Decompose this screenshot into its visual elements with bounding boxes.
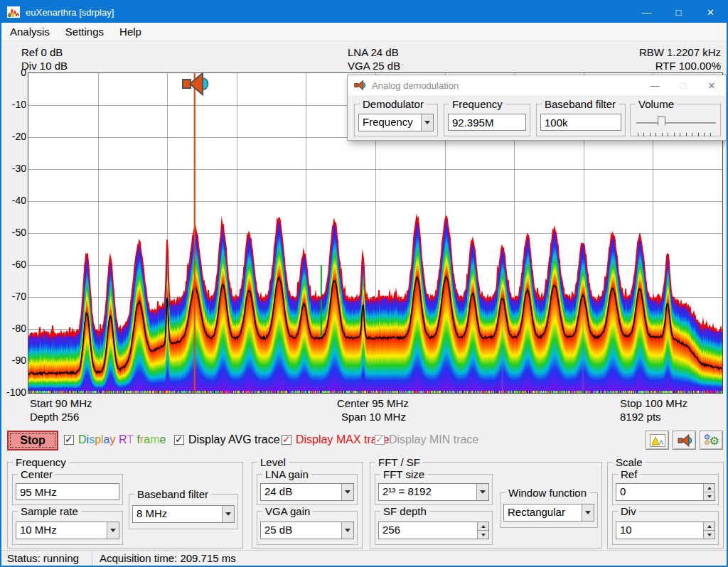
menu-bar: Analysis Settings Help bbox=[1, 23, 727, 41]
volume-slider[interactable] bbox=[636, 116, 716, 137]
close-button[interactable]: ✕ bbox=[695, 1, 727, 23]
demodulator-value: Frequency bbox=[359, 114, 421, 131]
group-frequency: Frequency Center Sample rate 10 MHz Base… bbox=[7, 462, 243, 549]
fft-size-dropdown-arrow[interactable] bbox=[476, 484, 488, 500]
fft-size-select[interactable]: 2¹³ = 8192 bbox=[378, 483, 489, 501]
sf-depth-value: 256 bbox=[379, 522, 477, 539]
ref-down-button[interactable] bbox=[704, 492, 714, 500]
readout-stop-pts: Stop 100 MHz 8192 pts bbox=[620, 396, 687, 423]
sf-depth-spinbox[interactable]: 256 bbox=[378, 522, 489, 539]
baseband-filter-value: 8 MHz bbox=[133, 506, 222, 522]
y-tick-label: -10 bbox=[1, 99, 26, 110]
dialog-minimize-button[interactable]: — bbox=[641, 75, 669, 95]
center-frequency-input[interactable] bbox=[16, 483, 119, 500]
sample-rate-value: 10 MHz bbox=[16, 522, 107, 539]
y-tick-label: -20 bbox=[1, 131, 26, 142]
readout-depth: Depth 256 bbox=[30, 410, 92, 423]
baseband-filter-dropdown-arrow[interactable] bbox=[222, 506, 234, 522]
menu-help[interactable]: Help bbox=[112, 23, 149, 40]
div-spinbox[interactable]: 10 bbox=[616, 522, 715, 539]
minimize-button[interactable]: — bbox=[631, 1, 663, 23]
window-function-dropdown-arrow[interactable] bbox=[582, 504, 594, 521]
readout-div: Div 10 dB bbox=[21, 59, 68, 72]
checkbox-display-avg-trace[interactable]: Display AVG trace bbox=[174, 433, 280, 446]
sample-rate-label: Sample rate bbox=[18, 505, 81, 517]
ref-up-button[interactable] bbox=[704, 484, 714, 492]
volume-label: Volume bbox=[636, 98, 677, 110]
group-demod-baseband-filter: Baseband filter bbox=[536, 104, 626, 136]
group-sf-depth: SF depth 256 bbox=[375, 511, 493, 545]
y-tick-label: -30 bbox=[1, 163, 26, 174]
ref-spinbox[interactable]: 0 bbox=[616, 483, 715, 501]
group-div: Div 10 bbox=[612, 511, 719, 545]
y-tick-label: 0 bbox=[1, 67, 26, 78]
checkbox-rt-label: Display RT frame bbox=[78, 433, 166, 446]
center-label: Center bbox=[18, 468, 55, 480]
sf-depth-down-button[interactable] bbox=[478, 530, 488, 539]
group-center: Center bbox=[12, 474, 123, 505]
dialog-title: Analog demodulation bbox=[372, 80, 459, 91]
vga-gain-select[interactable]: 25 dB bbox=[260, 522, 354, 539]
app-window: euXenarthra [sdrplay] — □ ✕ Analysis Set… bbox=[0, 0, 728, 567]
dialog-maximize-button: □ bbox=[669, 75, 697, 95]
demodulator-dropdown-arrow[interactable] bbox=[421, 114, 433, 131]
checkbox-rt-box[interactable] bbox=[64, 435, 74, 445]
dialog-title-bar: Analog demodulation — □ ✕ bbox=[348, 75, 726, 95]
window-function-value: Rectangular bbox=[504, 504, 582, 521]
lna-gain-select[interactable]: 24 dB bbox=[260, 483, 354, 501]
settings-button[interactable]: ⚙ ⚙ ⚙ bbox=[700, 431, 723, 450]
persistence-display-button[interactable] bbox=[646, 431, 669, 450]
group-baseband-filter: Baseband filter 8 MHz bbox=[129, 494, 238, 529]
acquisition-time-text: Acquisition time: 209.715 ms bbox=[92, 552, 236, 564]
y-tick-label: -60 bbox=[1, 259, 26, 270]
group-window-function: Window function Rectangular bbox=[500, 492, 598, 528]
sample-rate-dropdown-arrow[interactable] bbox=[107, 522, 119, 539]
menu-analysis[interactable]: Analysis bbox=[3, 23, 57, 40]
div-up-button[interactable] bbox=[704, 522, 714, 530]
speaker-icon bbox=[676, 433, 693, 448]
sample-rate-select[interactable]: 10 MHz bbox=[16, 522, 119, 539]
checkbox-avg-box[interactable] bbox=[174, 435, 184, 445]
group-fft-sf-label: FFT / SF bbox=[375, 456, 423, 468]
checkbox-max-box[interactable] bbox=[282, 435, 291, 445]
title-bar: euXenarthra [sdrplay] — □ ✕ bbox=[1, 1, 727, 23]
sf-depth-up-button[interactable] bbox=[478, 522, 488, 530]
volume-slider-track[interactable] bbox=[636, 122, 716, 124]
readout-center: Center 95 MHz bbox=[337, 396, 409, 410]
analog-demodulation-button[interactable] bbox=[673, 431, 696, 450]
readout-pts: 8192 pts bbox=[620, 410, 687, 423]
baseband-filter-select[interactable]: 8 MHz bbox=[132, 505, 235, 523]
dialog-close-button[interactable]: ✕ bbox=[697, 75, 726, 95]
stop-button[interactable]: Stop bbox=[7, 431, 58, 450]
checkbox-display-rt-frame[interactable]: Display RT frame bbox=[64, 433, 166, 446]
demod-baseband-filter-label: Baseband filter bbox=[542, 98, 619, 110]
checkbox-avg-label: Display AVG trace bbox=[188, 433, 280, 446]
readout-vga: VGA 25 dB bbox=[348, 59, 400, 72]
div-down-button[interactable] bbox=[704, 530, 714, 539]
group-fft-size: FFT size 2¹³ = 8192 bbox=[375, 474, 493, 505]
readout-ref-div: Ref 0 dB Div 10 dB bbox=[21, 45, 68, 72]
window-function-label: Window function bbox=[505, 487, 589, 499]
demod-frequency-input[interactable] bbox=[448, 114, 526, 131]
window-function-select[interactable]: Rectangular bbox=[503, 504, 594, 522]
volume-slider-ticks bbox=[638, 133, 716, 136]
app-icon bbox=[7, 6, 20, 18]
marker-speaker-icon[interactable] bbox=[181, 70, 209, 100]
readout-rtf: RTF 100.00% bbox=[639, 59, 721, 72]
checkbox-display-max-trace[interactable]: Display MAX trace bbox=[282, 433, 390, 446]
volume-slider-handle[interactable] bbox=[658, 117, 665, 130]
group-scale: Scale Ref 0 Div 10 bbox=[607, 462, 724, 549]
demodulator-label: Demodulator bbox=[360, 98, 427, 110]
maximize-button[interactable]: □ bbox=[663, 1, 695, 23]
lna-gain-dropdown-arrow[interactable] bbox=[341, 484, 353, 500]
vga-gain-dropdown-arrow[interactable] bbox=[341, 522, 353, 539]
checkbox-min-box[interactable] bbox=[375, 435, 385, 445]
demod-baseband-filter-input[interactable] bbox=[540, 114, 621, 131]
menu-settings[interactable]: Settings bbox=[58, 23, 111, 40]
group-fft-sf: FFT / SF FFT size 2¹³ = 8192 SF depth 25… bbox=[370, 462, 602, 549]
demodulator-select[interactable]: Frequency bbox=[358, 114, 434, 131]
checkbox-display-min-trace[interactable]: Display MIN trace bbox=[375, 433, 478, 446]
readout-center-span: Center 95 MHz Span 10 MHz bbox=[337, 396, 409, 423]
vga-gain-label: VGA gain bbox=[262, 505, 313, 517]
y-tick-label: -70 bbox=[1, 291, 26, 302]
